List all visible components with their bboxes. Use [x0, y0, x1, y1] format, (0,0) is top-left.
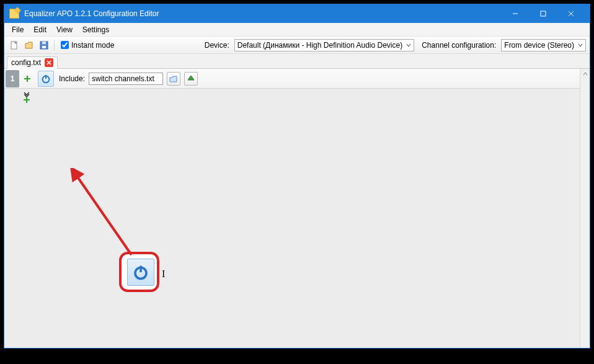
tabstrip: config.txt [4, 54, 590, 69]
svg-line-7 [76, 174, 131, 255]
editor-area: 1 Include: [4, 69, 590, 348]
power-icon [127, 259, 154, 286]
svg-rect-0 [541, 11, 546, 16]
instant-mode-checkbox[interactable]: Instant mode [58, 41, 117, 50]
svg-rect-4 [42, 42, 46, 44]
toolbar: Instant mode Device: Default (Динамики -… [4, 37, 590, 54]
instant-mode-label: Instant mode [71, 41, 114, 50]
config-row: 1 Include: [4, 69, 590, 89]
minimize-button[interactable] [501, 4, 529, 23]
tab-config[interactable]: config.txt [7, 56, 58, 69]
vertical-scrollbar[interactable] [580, 69, 590, 348]
save-file-button[interactable] [38, 39, 50, 51]
maximize-button[interactable] [529, 4, 557, 23]
device-value: Default (Динамики - High Definition Audi… [237, 41, 402, 50]
menubar: File Edit View Settings [4, 23, 590, 37]
callout-highlight-box [119, 252, 159, 292]
row-number: 1 [6, 70, 19, 87]
menu-settings[interactable]: Settings [78, 24, 114, 35]
include-label: Include: [59, 74, 85, 83]
move-up-button[interactable] [184, 72, 198, 86]
channel-config-combo[interactable]: From device (Stereo) [501, 39, 586, 51]
app-icon [9, 9, 19, 19]
scroll-up-arrow-icon[interactable] [580, 69, 590, 79]
device-combo[interactable]: Default (Динамики - High Definition Audi… [234, 39, 414, 51]
new-file-button[interactable] [8, 39, 20, 51]
dropdown-arrow-icon [406, 41, 411, 50]
svg-rect-3 [42, 46, 46, 48]
open-file-button[interactable] [23, 39, 35, 51]
window-title: Equalizer APO 1.2.1 Configuration Editor [24, 9, 159, 18]
titlebar: Equalizer APO 1.2.1 Configuration Editor [4, 4, 590, 23]
device-label: Device: [205, 41, 229, 50]
dropdown-arrow-icon [578, 41, 583, 50]
menu-view[interactable]: View [51, 24, 78, 35]
text-cursor-icon: I [162, 269, 165, 280]
channel-config-label: Channel configuration: [422, 41, 496, 50]
close-button[interactable] [557, 4, 585, 23]
add-row-button-2[interactable] [23, 96, 30, 105]
channel-config-value: From device (Stereo) [504, 41, 574, 50]
instant-mode-input[interactable] [61, 41, 69, 49]
menu-edit[interactable]: Edit [29, 24, 51, 35]
tab-close-button[interactable] [45, 58, 53, 67]
power-toggle-button[interactable] [38, 71, 54, 87]
toolbar-separator [54, 40, 55, 51]
include-input[interactable] [89, 73, 163, 85]
open-include-button[interactable] [167, 72, 180, 86]
menu-file[interactable]: File [7, 24, 29, 35]
tab-label: config.txt [11, 58, 41, 67]
